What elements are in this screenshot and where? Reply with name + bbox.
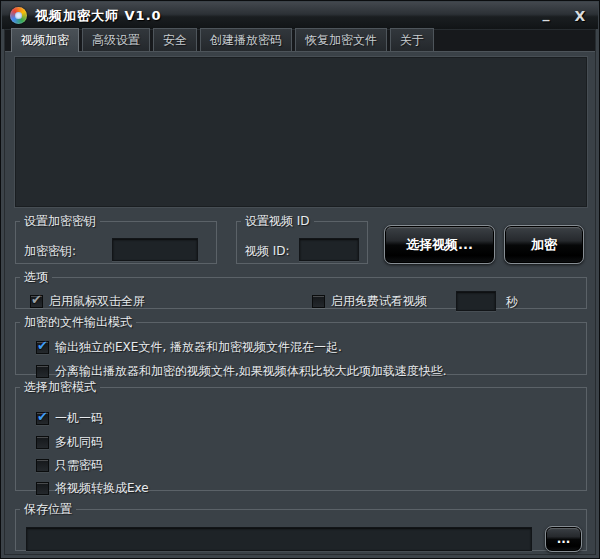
output-separate-checkbox-label: 分离输出播放器和加密的视频文件,如果视频体积比较大此项加载速度快些. xyxy=(55,363,447,380)
output-separate-checkbox[interactable] xyxy=(36,365,49,378)
minimize-button[interactable]: _ xyxy=(536,3,556,23)
encryption-key-input[interactable] xyxy=(112,238,198,261)
video-id-group-title: 设置视频 ID xyxy=(241,213,314,230)
output-mode-group-title: 加密的文件输出模式 xyxy=(20,314,136,331)
app-logo-icon xyxy=(10,7,27,24)
tab-panel-video-encrypt: 设置加密密钥 加密密钥: 设置视频 ID 视频 ID: 选择视频... 加密 选… xyxy=(5,53,595,554)
encryption-key-label: 加密密钥: xyxy=(24,243,76,260)
window-controls: _ X xyxy=(536,6,590,26)
window-title: 视频加密大师 V1.0 xyxy=(35,7,162,25)
mode-password-only-row[interactable]: 只需密码 xyxy=(36,457,103,474)
tab-about[interactable]: 关于 xyxy=(390,28,434,51)
encrypt-button[interactable]: 加密 xyxy=(504,225,584,264)
tab-video-encrypt[interactable]: 视频加密 xyxy=(11,28,79,52)
fullscreen-checkbox-label: 启用鼠标双击全屏 xyxy=(49,293,145,310)
encryption-key-group: 设置加密密钥 加密密钥: xyxy=(15,213,217,264)
tab-security[interactable]: 安全 xyxy=(153,28,197,51)
fullscreen-checkbox-row[interactable]: 启用鼠标双击全屏 xyxy=(30,293,145,310)
video-preview-panel xyxy=(15,57,587,207)
trial-seconds-input[interactable] xyxy=(456,291,496,311)
output-mode-group: 加密的文件输出模式 输出独立的EXE文件, 播放器和加密视频文件混在一起. 分离… xyxy=(15,314,587,375)
mode-multi-machine-row[interactable]: 多机同码 xyxy=(36,434,103,451)
mode-one-machine-label: 一机一码 xyxy=(55,410,103,427)
video-id-group: 设置视频 ID 视频 ID: xyxy=(236,213,368,264)
encryption-key-group-title: 设置加密密钥 xyxy=(20,213,100,230)
title-bar: 视频加密大师 V1.0 _ X xyxy=(2,2,598,29)
mode-convert-exe-row[interactable]: 将视频转换成Exe xyxy=(36,480,149,497)
mode-convert-exe-label: 将视频转换成Exe xyxy=(55,480,149,497)
trial-checkbox-label: 启用免费试看视频 xyxy=(331,293,427,310)
mode-one-machine-row[interactable]: 一机一码 xyxy=(36,410,103,427)
save-location-group: 保存位置 ... xyxy=(15,501,587,551)
output-separate-checkbox-row[interactable]: 分离输出播放器和加密的视频文件,如果视频体积比较大此项加载速度快些. xyxy=(36,363,447,380)
tab-advanced-settings[interactable]: 高级设置 xyxy=(82,28,150,51)
video-id-input[interactable] xyxy=(299,238,359,261)
app-window: 视频加密大师 V1.0 _ X 视频加密 高级设置 安全 创建播放密码 恢复加密… xyxy=(0,0,600,559)
mode-multi-machine-label: 多机同码 xyxy=(55,434,103,451)
tab-restore-encrypted-file[interactable]: 恢复加密文件 xyxy=(295,28,387,51)
fullscreen-checkbox[interactable] xyxy=(30,295,43,308)
close-button[interactable]: X xyxy=(570,6,590,26)
trial-checkbox[interactable] xyxy=(312,295,325,308)
mode-one-machine-checkbox[interactable] xyxy=(36,412,49,425)
mode-password-only-checkbox[interactable] xyxy=(36,459,49,472)
select-video-button[interactable]: 选择视频... xyxy=(384,225,495,264)
save-path-input[interactable] xyxy=(26,527,532,551)
mode-password-only-label: 只需密码 xyxy=(55,457,103,474)
options-group-title: 选项 xyxy=(20,269,52,286)
video-id-label: 视频 ID: xyxy=(245,243,290,260)
output-exe-checkbox-label: 输出独立的EXE文件, 播放器和加密视频文件混在一起. xyxy=(55,339,342,356)
encrypt-mode-group: 选择加密模式 一机一码 多机同码 只需密码 将视频转换成Exe xyxy=(15,379,587,491)
tab-bar: 视频加密 高级设置 安全 创建播放密码 恢复加密文件 关于 xyxy=(5,30,595,52)
tab-create-play-password[interactable]: 创建播放密码 xyxy=(200,28,292,51)
seconds-label: 秒 xyxy=(506,294,518,311)
mode-convert-exe-checkbox[interactable] xyxy=(36,482,49,495)
options-group: 选项 启用鼠标双击全屏 启用免费试看视频 秒 xyxy=(15,269,587,309)
save-location-group-title: 保存位置 xyxy=(20,501,76,518)
encrypt-mode-group-title: 选择加密模式 xyxy=(20,379,100,396)
mode-multi-machine-checkbox[interactable] xyxy=(36,436,49,449)
output-exe-checkbox-row[interactable]: 输出独立的EXE文件, 播放器和加密视频文件混在一起. xyxy=(36,339,342,356)
browse-button[interactable]: ... xyxy=(545,526,582,552)
output-exe-checkbox[interactable] xyxy=(36,341,49,354)
trial-checkbox-row[interactable]: 启用免费试看视频 xyxy=(312,293,427,310)
client-area: 视频加密 高级设置 安全 创建播放密码 恢复加密文件 关于 设置加密密钥 加密密… xyxy=(4,29,596,555)
